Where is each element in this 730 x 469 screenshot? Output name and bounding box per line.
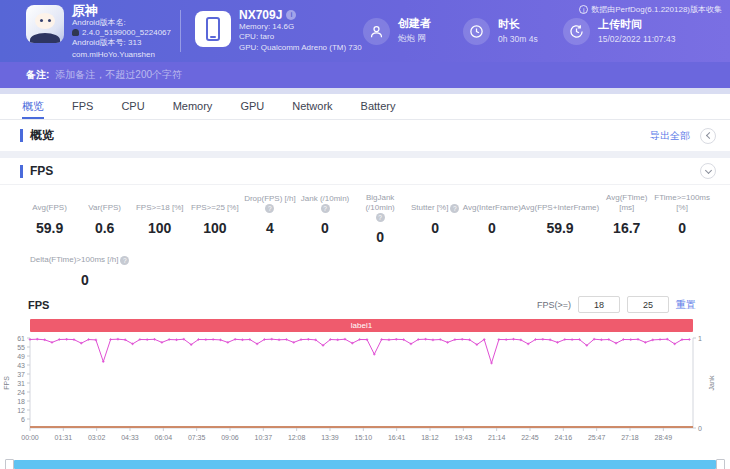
- data-source-note: i 数据由PerfDog(6.1.220128)版本收集: [579, 4, 722, 15]
- overview-title: 概览: [30, 127, 54, 144]
- svg-text:0: 0: [698, 425, 702, 432]
- header-divider: [180, 10, 181, 52]
- tab-battery[interactable]: Battery: [361, 94, 396, 119]
- fps-section-header: FPS: [0, 158, 730, 185]
- device-name: NX709J: [239, 9, 282, 22]
- section-accent-bar: [20, 165, 23, 178]
- scrollbar-left-handle[interactable]: [5, 459, 14, 469]
- stat-label: BigJank (/10min): [353, 193, 408, 213]
- stat-label: Avg(InterFrame): [463, 203, 521, 213]
- chevron-down-icon: [704, 166, 711, 173]
- tab-memory[interactable]: Memory: [173, 94, 213, 119]
- svg-text:61: 61: [17, 335, 25, 342]
- svg-text:00:00: 00:00: [21, 434, 39, 441]
- fps-section-title: FPS: [30, 164, 53, 178]
- report-header: 原神 Android版本名: 2.4.0_5199000_5224067 And…: [0, 0, 730, 62]
- tab-gpu[interactable]: GPU: [240, 94, 264, 119]
- clock-icon: [463, 18, 490, 45]
- stat-avg-fps: Avg(FPS) 59.9: [22, 193, 77, 245]
- svg-text:31: 31: [17, 380, 25, 387]
- svg-text:27:18: 27:18: [621, 434, 639, 441]
- svg-text:43: 43: [17, 362, 25, 369]
- help-icon[interactable]: ?: [450, 204, 459, 213]
- svg-text:18:12: 18:12: [421, 434, 439, 441]
- reset-button[interactable]: 重置: [676, 298, 696, 312]
- scrollbar-right-handle[interactable]: [716, 459, 725, 469]
- stat-label: Delta(FTime)>100ms [/h]: [30, 255, 118, 265]
- fps-threshold-high-input[interactable]: [627, 296, 669, 313]
- stat-value: 0: [30, 272, 140, 288]
- person-icon: [363, 18, 390, 45]
- svg-text:10:37: 10:37: [255, 434, 273, 441]
- export-all-button[interactable]: 导出全部: [650, 129, 690, 143]
- note-placeholder: 添加备注，不超过200个字符: [55, 68, 182, 82]
- fps-chart-header: FPS FPS(>=) 重置: [0, 288, 730, 317]
- upload-time-icon: [563, 18, 590, 45]
- stat-value: 0: [353, 229, 408, 245]
- category-tabs: 概览 FPS CPU Memory GPU Network Battery: [0, 94, 730, 120]
- svg-text:04:33: 04:33: [121, 434, 139, 441]
- stat-fps-ge-25: FPS>=25 [%] 100: [187, 193, 242, 245]
- stat-var-fps: Var(FPS) 0.6: [77, 193, 132, 245]
- creator-stat: 创建者 炮炮 网: [363, 17, 463, 45]
- tab-fps[interactable]: FPS: [72, 94, 93, 119]
- overview-section-header: 概览 导出全部: [0, 120, 730, 151]
- stat-value: 59.9: [22, 220, 77, 236]
- tab-network[interactable]: Network: [292, 94, 332, 119]
- creator-value: 炮炮 网: [398, 33, 431, 45]
- upload-time-label: 上传时间: [598, 18, 675, 30]
- stat-value: 0: [463, 220, 521, 236]
- fps-threshold-label: FPS(>=): [537, 300, 571, 310]
- device-summary: NX709J i Memory: 14.6G CPU: taro GPU: Qu…: [185, 9, 363, 54]
- collapse-fps-button[interactable]: [700, 163, 716, 179]
- fps-stats-row: Avg(FPS) 59.9 Var(FPS) 0.6 FPS>=18 [%] 1…: [0, 185, 730, 245]
- stat-label: Drop(FPS) [/h]: [244, 194, 296, 204]
- svg-text:28:49: 28:49: [655, 434, 673, 441]
- svg-text:09:06: 09:06: [221, 434, 239, 441]
- help-icon[interactable]: ?: [376, 213, 385, 222]
- svg-text:18: 18: [17, 398, 25, 405]
- fps-chart[interactable]: 61554943373124181261000:0001:3103:0204:3…: [0, 332, 730, 452]
- stat-avg-ftime: Avg(FTime) [ms] 16.7: [599, 193, 654, 245]
- duration-value: 0h 30m 4s: [498, 34, 538, 44]
- app-summary: 原神 Android版本名: 2.4.0_5199000_5224067 And…: [0, 4, 176, 59]
- device-gpu: GPU: Qualcomm Adreno (TM) 730: [239, 43, 362, 54]
- svg-text:15:10: 15:10: [355, 434, 373, 441]
- app-package-name: com.miHoYo.Yuanshen: [72, 50, 171, 59]
- svg-text:55: 55: [17, 344, 25, 351]
- svg-text:06:04: 06:04: [155, 434, 173, 441]
- chart-annotation-band[interactable]: label1: [30, 319, 693, 332]
- info-icon[interactable]: i: [286, 10, 296, 20]
- help-icon[interactable]: ?: [120, 256, 129, 265]
- stat-stutter: Stutter [%]? 0: [408, 193, 463, 245]
- app-icon-detail: [40, 19, 43, 22]
- stat-label: FTime>=100ms [%]: [654, 193, 710, 213]
- chevron-left-icon: [705, 132, 712, 139]
- svg-text:25:47: 25:47: [588, 434, 606, 441]
- info-icon: i: [579, 5, 588, 14]
- creator-label: 创建者: [398, 17, 431, 29]
- note-bar[interactable]: 备注: 添加备注，不超过200个字符: [0, 62, 730, 88]
- tab-cpu[interactable]: CPU: [121, 94, 144, 119]
- svg-text:13:39: 13:39: [321, 434, 339, 441]
- tab-overview[interactable]: 概览: [22, 94, 44, 119]
- device-cpu: CPU: taro: [239, 32, 362, 43]
- annotation-label: label1: [351, 321, 372, 330]
- help-icon[interactable]: ?: [265, 204, 274, 213]
- app-title: 原神: [72, 4, 171, 18]
- svg-text:24: 24: [17, 389, 25, 396]
- chart-scrollbar[interactable]: [5, 459, 725, 469]
- fps-chart-title: FPS: [28, 299, 49, 311]
- duration-label: 时长: [498, 18, 538, 30]
- section-accent-bar: [20, 129, 23, 142]
- upload-time-stat: 上传时间 15/02/2022 11:07:43: [563, 18, 723, 45]
- stat-value: 100: [187, 220, 242, 236]
- svg-text:FPS: FPS: [3, 376, 10, 390]
- svg-text:24:16: 24:16: [555, 434, 573, 441]
- stat-delta-ftime: Delta(FTime)>100ms [/h] ? 0: [0, 245, 140, 288]
- fps-threshold-low-input[interactable]: [578, 296, 620, 313]
- help-icon[interactable]: ?: [321, 204, 330, 213]
- collapse-button[interactable]: [700, 128, 716, 144]
- stat-fps-ge-18: FPS>=18 [%] 100: [132, 193, 187, 245]
- scrollbar-track[interactable]: [14, 460, 716, 469]
